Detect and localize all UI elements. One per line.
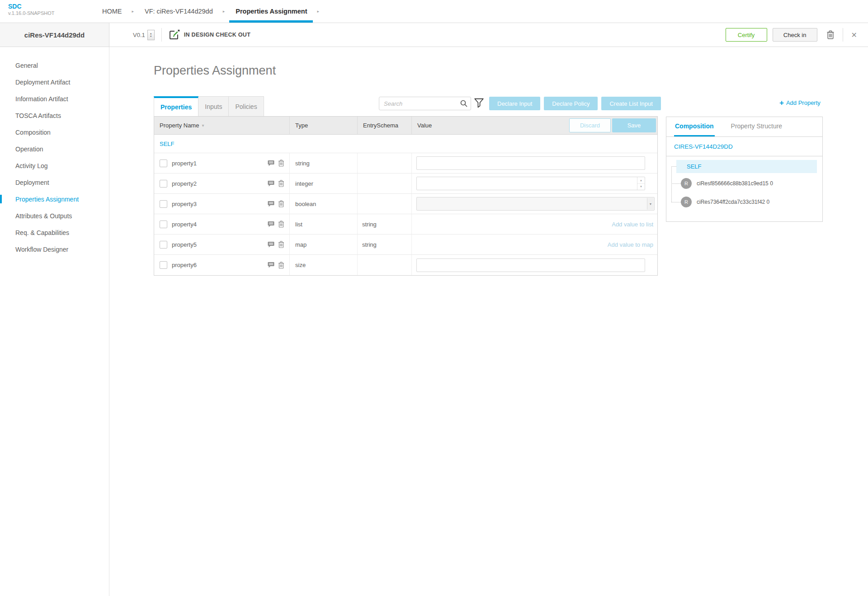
save-button[interactable]: Save: [612, 118, 656, 132]
delete-row-icon[interactable]: [278, 262, 284, 269]
sidebar-item[interactable]: Workflow Designer: [0, 241, 109, 258]
add-value-link[interactable]: Add value to list: [416, 221, 657, 228]
spinner-down-icon[interactable]: ▼: [637, 184, 645, 190]
certify-button[interactable]: Certify: [726, 28, 767, 42]
row-icons: [264, 180, 284, 187]
table-row: property6: [154, 255, 657, 275]
search-input[interactable]: [379, 97, 471, 110]
breadcrumb-item[interactable]: HOME ▸: [96, 0, 138, 23]
delete-row-icon[interactable]: [278, 160, 284, 167]
row-checkbox[interactable]: [160, 180, 167, 188]
comment-icon[interactable]: [268, 160, 274, 167]
comment-icon[interactable]: [268, 262, 274, 268]
sidebar-item[interactable]: Information Artifact: [0, 90, 109, 107]
version-selector[interactable]: V0.1 ▲ ▼: [133, 30, 155, 40]
tree-node-instance[interactable]: R ciResf856666c88b381c9ed15 0: [681, 178, 817, 189]
sidebar-item[interactable]: Properties Assignment: [0, 191, 109, 207]
sidebar-item[interactable]: TOSCA Artifacts: [0, 107, 109, 124]
table-row: property1: [154, 153, 657, 174]
row-checkbox[interactable]: [160, 221, 167, 228]
close-icon[interactable]: ✕: [851, 31, 857, 39]
property-name-cell: property4: [154, 214, 290, 234]
column-header-property-name[interactable]: Property Name ▾: [154, 117, 290, 134]
breadcrumb-item[interactable]: VF: ciRes-VF144d29dd ▸: [138, 0, 229, 23]
select-caret-icon: ▼: [647, 198, 654, 210]
add-property-label: Add Property: [786, 99, 821, 106]
sidebar-item-label: General: [15, 62, 38, 69]
row-icons: [264, 221, 284, 228]
breadcrumb-arrow-icon: ▸: [132, 9, 134, 14]
sdc-logo[interactable]: SDC v.1.16.0-SNAPSHOT: [8, 3, 55, 16]
sidebar-item-label: Deployment: [15, 179, 49, 186]
delete-row-icon[interactable]: [278, 180, 284, 187]
declare-action-button[interactable]: Declare Input: [489, 97, 540, 110]
sidebar-item[interactable]: Attributes & Outputs: [0, 207, 109, 224]
filter-icon[interactable]: [474, 98, 484, 108]
value-text-input[interactable]: [416, 156, 645, 170]
panel-tab[interactable]: Property Structure: [730, 117, 783, 136]
row-checkbox[interactable]: [160, 241, 167, 249]
search-icon[interactable]: [460, 100, 467, 107]
row-checkbox[interactable]: [160, 200, 167, 208]
sidebar-item-label: Req. & Capabilities: [15, 229, 69, 236]
spinner-down-icon: ▼: [150, 35, 152, 38]
main-content: Properties Assignment PropertiesInputsPo…: [109, 47, 868, 596]
value-select[interactable]: ▼: [416, 197, 655, 211]
properties-table: Property Name ▾ Type EntrySchema Value D…: [154, 116, 658, 276]
resource-instance-label: ciRes7364ff2cda7c33c31f42 0: [697, 199, 769, 205]
tree-connector: [671, 202, 681, 202]
breadcrumb-label: HOME: [96, 8, 128, 15]
number-spinner[interactable]: ▲ ▼: [637, 177, 645, 190]
comment-icon[interactable]: [268, 180, 274, 187]
property-name-cell: property2: [154, 174, 290, 193]
sidebar-item[interactable]: Deployment: [0, 174, 109, 191]
tab[interactable]: Properties: [154, 96, 198, 116]
value-number-input[interactable]: [416, 177, 645, 190]
resource-avatar: R: [681, 178, 692, 189]
comment-icon[interactable]: [268, 221, 274, 228]
version-spinner[interactable]: ▲ ▼: [147, 30, 155, 40]
composition-root-link[interactable]: CIRES-VF144D29DD: [674, 143, 733, 150]
comment-icon[interactable]: [268, 201, 274, 207]
value-text-input[interactable]: [416, 258, 645, 272]
panel-tab[interactable]: Composition: [674, 117, 715, 136]
tree-node-self[interactable]: SELF: [676, 160, 817, 173]
value-cell: Add value to list: [412, 214, 657, 234]
declare-action-button[interactable]: Create List Input: [601, 97, 660, 110]
add-value-link[interactable]: Add value to map: [416, 241, 657, 248]
sidebar-item[interactable]: Activity Log: [0, 157, 109, 174]
spinner-up-icon[interactable]: ▲: [637, 177, 645, 184]
declare-action-button[interactable]: Declare Policy: [544, 97, 598, 110]
entryschema-cell: [358, 153, 412, 173]
app-version: v.1.16.0-SNAPSHOT: [8, 10, 55, 16]
tab[interactable]: Policies: [229, 96, 264, 116]
property-name-cell: property5: [154, 235, 290, 254]
top-bar: SDC v.1.16.0-SNAPSHOT HOME ▸ VF: ciRes-V…: [0, 0, 868, 23]
row-checkbox[interactable]: [160, 261, 167, 269]
table-row: property5: [154, 235, 657, 255]
tab[interactable]: Inputs: [198, 96, 229, 116]
row-checkbox[interactable]: [160, 160, 167, 167]
sidebar-item[interactable]: Composition: [0, 124, 109, 141]
property-name-cell: property6: [154, 255, 290, 275]
delete-row-icon[interactable]: [278, 241, 284, 248]
header-actions: Certify Check in ✕: [726, 28, 857, 42]
sidebar-item[interactable]: Operation: [0, 141, 109, 157]
add-property-button[interactable]: + Add Property: [779, 99, 821, 106]
delete-icon[interactable]: [826, 30, 835, 39]
check-in-button[interactable]: Check in: [773, 28, 817, 42]
sidebar-item[interactable]: Deployment Artifact: [0, 74, 109, 90]
sidebar-item[interactable]: Req. & Capabilities: [0, 224, 109, 241]
delete-row-icon[interactable]: [278, 221, 284, 228]
self-group-link[interactable]: SELF: [160, 141, 175, 147]
value-cell: ▲ ▼: [412, 174, 657, 193]
tree-node-instance[interactable]: R ciRes7364ff2cda7c33c31f42 0: [681, 197, 817, 207]
property-name-cell: property1: [154, 153, 290, 173]
breadcrumb-item[interactable]: Properties Assignment ▸: [229, 0, 324, 23]
delete-row-icon[interactable]: [278, 200, 284, 207]
sidebar-item[interactable]: General: [0, 57, 109, 74]
entryschema-cell: [358, 255, 412, 275]
discard-button[interactable]: Discard: [569, 118, 611, 132]
comment-icon[interactable]: [268, 241, 274, 248]
property-name: property1: [172, 160, 197, 167]
